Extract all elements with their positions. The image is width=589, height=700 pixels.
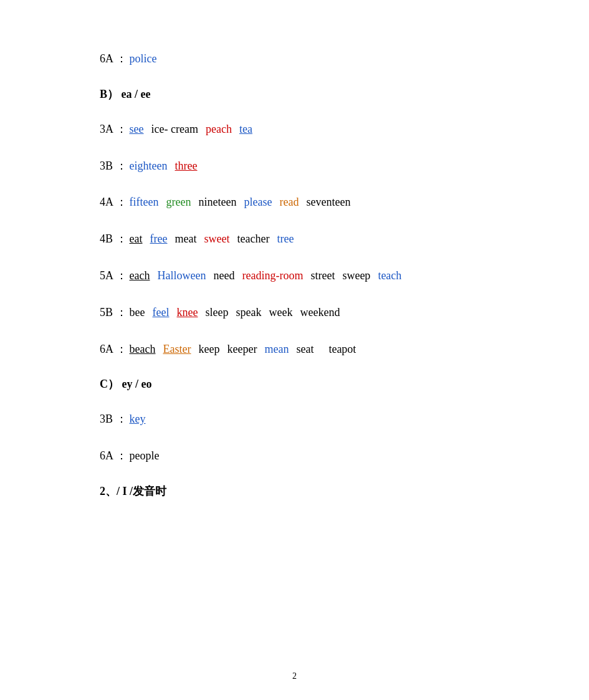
word-weekend: weekend <box>300 304 340 322</box>
word-people: people <box>130 447 160 465</box>
word-halloween: Halloween <box>157 267 206 285</box>
word-tree: tree <box>277 230 294 248</box>
word-reading-room: reading-room <box>242 267 303 285</box>
word-meat: meat <box>175 230 196 248</box>
header-b: B） ea / ee <box>100 87 514 102</box>
header-c: C） ey / eo <box>100 376 514 391</box>
label-6a-2: 6A ： <box>100 340 127 358</box>
label-3a: 3A ： <box>100 120 127 138</box>
section-5b: 5B ： bee feel knee sleep speak week week… <box>100 304 514 322</box>
label-6a-top: 6A ： <box>100 50 127 68</box>
word-sleep: sleep <box>205 304 228 322</box>
word-street: street <box>310 267 335 285</box>
word-tea: tea <box>239 120 252 138</box>
word-peach: peach <box>206 120 232 138</box>
word-easter: Easter <box>163 340 191 358</box>
label-4a: 4A ： <box>100 193 127 211</box>
header-2: 2、/ I /发音时 <box>100 484 514 499</box>
page-number: 2 <box>292 671 297 681</box>
label-5a: 5A ： <box>100 267 127 285</box>
word-bee: bee <box>130 304 145 322</box>
word-green: green <box>166 193 191 211</box>
label-5b: 5B ： <box>100 304 127 322</box>
section-3b: 3B ： eighteen three <box>100 157 514 175</box>
word-need: need <box>213 267 234 285</box>
word-keep: keep <box>198 340 219 358</box>
word-read: read <box>279 193 299 211</box>
word-week: week <box>269 304 292 322</box>
word-seat: seat <box>296 340 314 358</box>
word-eat: eat <box>130 230 143 248</box>
word-beach: beach <box>130 340 156 358</box>
section-4a: 4A ： fifteen green nineteen please read … <box>100 193 514 211</box>
word-teach: teach <box>378 267 401 285</box>
word-key: key <box>130 410 146 428</box>
word-sweep: sweep <box>342 267 370 285</box>
word-ice-cream: ice- cream <box>151 120 198 138</box>
word-please: please <box>244 193 272 211</box>
label-4b: 4B ： <box>100 230 127 248</box>
word-free: free <box>150 230 168 248</box>
header-2-text: 2、/ I /发音时 <box>100 485 166 497</box>
section-6a-2: 6A ： beach Easter keep keeper mean seat … <box>100 340 514 358</box>
word-three: three <box>175 157 198 175</box>
word-see: see <box>130 120 144 138</box>
label-6a-3: 6A ： <box>100 447 127 465</box>
word-eighteen: eighteen <box>130 157 168 175</box>
word-teapot: teapot <box>328 340 356 358</box>
word-seventeen: seventeen <box>306 193 350 211</box>
label-3b-2: 3B ： <box>100 410 127 428</box>
word-feel: feel <box>153 304 170 322</box>
page: 6A ： police B） ea / ee 3A ： see ice- cre… <box>0 0 589 700</box>
word-nineteen: nineteen <box>198 193 236 211</box>
section-3b-2: 3B ： key <box>100 410 514 428</box>
section-4b: 4B ： eat free meat sweet teacher tree <box>100 230 514 248</box>
section-6a-top: 6A ： police <box>100 50 514 68</box>
word-police: police <box>130 50 157 68</box>
section-5a: 5A ： each Halloween need reading-room st… <box>100 267 514 285</box>
word-speak: speak <box>236 304 261 322</box>
word-each: each <box>130 267 150 285</box>
header-b-text: B） ea / ee <box>100 88 150 100</box>
word-teacher: teacher <box>237 230 269 248</box>
label-3b: 3B ： <box>100 157 127 175</box>
word-keeper: keeper <box>227 340 257 358</box>
word-knee: knee <box>176 304 198 322</box>
word-mean: mean <box>264 340 289 358</box>
word-sweet: sweet <box>204 230 229 248</box>
section-6a-3: 6A ： people <box>100 447 514 465</box>
word-fifteen: fifteen <box>130 193 159 211</box>
header-c-text: C） ey / eo <box>100 378 151 390</box>
section-3a: 3A ： see ice- cream peach tea <box>100 120 514 138</box>
page-number-text: 2 <box>292 671 297 681</box>
